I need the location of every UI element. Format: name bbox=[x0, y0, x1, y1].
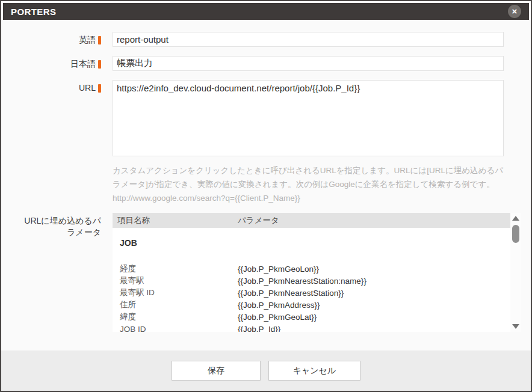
required-marker bbox=[98, 84, 101, 93]
param-name-cell: JOB ID bbox=[113, 325, 238, 332]
cancel-button[interactable]: キャンセル bbox=[268, 361, 360, 381]
parameter-row: JOB ID {{Job.P_Id}} bbox=[113, 323, 510, 332]
dialog-footer: 保存 キャンセル bbox=[1, 351, 531, 391]
japanese-label: 日本語 bbox=[70, 58, 96, 70]
url-textarea[interactable]: https://e2info_dev.cloud-document.net/re… bbox=[113, 80, 504, 156]
parameter-table: 項目名称 パラメータ JOB 経度 {{Job.P_PkmGeoLon}} bbox=[113, 213, 521, 332]
param-name-cell: 最寄駅 ID bbox=[113, 287, 238, 298]
param-value-cell: {{Job.P_PkmNearestStation}} bbox=[238, 289, 510, 298]
scroll-up-button[interactable] bbox=[510, 213, 521, 224]
english-input[interactable] bbox=[113, 32, 504, 47]
param-name-cell: 緯度 bbox=[113, 311, 238, 322]
required-marker bbox=[98, 60, 101, 69]
close-button[interactable]: × bbox=[508, 5, 521, 18]
parameter-row: 最寄駅 ID {{Job.P_PkmNearestStation}} bbox=[113, 287, 510, 299]
param-value-cell: {{Job.P_Id}} bbox=[238, 325, 510, 332]
scrollbar-thumb[interactable] bbox=[512, 225, 519, 243]
parameter-rows: 経度 {{Job.P_PkmGeoLon}} 最寄駅 {{Job.P_PkmNe… bbox=[113, 263, 510, 332]
url-label: URL bbox=[79, 82, 96, 94]
parameter-table-header: 項目名称 パラメータ bbox=[113, 213, 510, 228]
url-help-text: カスタムアクションをクリックしたときに呼び出されるURLを指定します。URLには… bbox=[113, 164, 505, 205]
japanese-input[interactable] bbox=[113, 56, 504, 71]
param-value-cell: {{Job.P_PkmGeoLat}} bbox=[238, 313, 510, 322]
parameters-label: URLに埋め込めるパラメータ bbox=[23, 215, 101, 238]
close-icon: × bbox=[512, 7, 518, 16]
dialog-title: PORTERS bbox=[11, 7, 56, 17]
param-name-cell: 経度 bbox=[113, 263, 238, 274]
dialog-body: 英語 日本語 URL https://e2info_dev.cloud-doc bbox=[1, 20, 531, 351]
scroll-down-button[interactable] bbox=[510, 321, 521, 332]
field-row-url: URL https://e2info_dev.cloud-document.ne… bbox=[1, 80, 531, 159]
save-button[interactable]: 保存 bbox=[172, 361, 261, 381]
param-value-cell: {{Job.P_PkmNearestStation:name}} bbox=[238, 277, 510, 286]
param-name-cell: 最寄駅 bbox=[113, 275, 238, 286]
english-label: 英語 bbox=[79, 34, 96, 46]
custom-scrollbar bbox=[510, 213, 521, 332]
field-row-english: 英語 bbox=[1, 32, 531, 47]
dialog-titlebar: PORTERS × bbox=[3, 3, 529, 20]
required-marker bbox=[98, 36, 101, 44]
parameter-row: 緯度 {{Job.P_PkmGeoLat}} bbox=[113, 311, 510, 323]
param-value-cell: {{Job.P_PkmAddress}} bbox=[238, 301, 510, 310]
scroll-up-icon bbox=[512, 216, 519, 221]
parameter-table-scroll-area: 項目名称 パラメータ JOB 経度 {{Job.P_PkmGeoLon}} bbox=[113, 213, 510, 332]
group-header-job: JOB bbox=[113, 237, 510, 248]
custom-action-dialog: PORTERS × 英語 日本語 URL bbox=[0, 0, 532, 392]
parameter-row: 最寄駅 {{Job.P_PkmNearestStation:name}} bbox=[113, 275, 510, 287]
field-row-parameters: URLに埋め込めるパラメータ 項目名称 パラメータ JOB 経 bbox=[1, 213, 531, 332]
param-name-cell: 住所 bbox=[113, 299, 238, 310]
parameter-row: 経度 {{Job.P_PkmGeoLon}} bbox=[113, 263, 510, 275]
field-row-japanese: 日本語 bbox=[1, 56, 531, 71]
column-header-item-name: 項目名称 bbox=[113, 215, 238, 226]
parameter-row: 住所 {{Job.P_PkmAddress}} bbox=[113, 299, 510, 311]
column-header-parameter: パラメータ bbox=[238, 215, 510, 226]
param-value-cell: {{Job.P_PkmGeoLon}} bbox=[238, 265, 510, 274]
scroll-down-icon bbox=[512, 324, 519, 329]
